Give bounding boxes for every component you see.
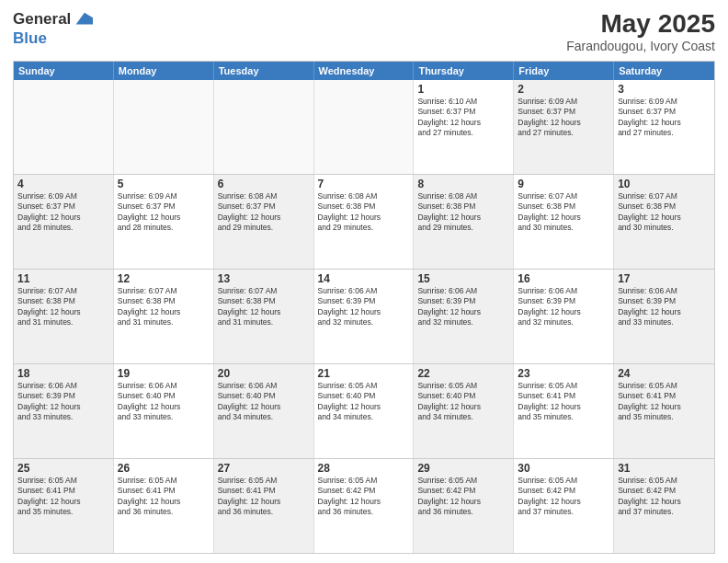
cal-week-row: 1Sunrise: 6:10 AM Sunset: 6:37 PM Daylig… bbox=[14, 80, 714, 175]
day-info: Sunrise: 6:05 AM Sunset: 6:41 PM Dayligh… bbox=[218, 476, 310, 518]
cal-day-cell: 12Sunrise: 6:07 AM Sunset: 6:38 PM Dayli… bbox=[114, 270, 214, 363]
day-number: 13 bbox=[218, 272, 310, 285]
cal-day-cell: 18Sunrise: 6:06 AM Sunset: 6:39 PM Dayli… bbox=[14, 364, 114, 458]
day-info: Sunrise: 6:05 AM Sunset: 6:42 PM Dayligh… bbox=[518, 476, 609, 518]
day-number: 25 bbox=[17, 462, 109, 475]
day-number: 17 bbox=[618, 272, 711, 285]
cal-day-cell: 19Sunrise: 6:06 AM Sunset: 6:40 PM Dayli… bbox=[114, 364, 214, 458]
day-info: Sunrise: 6:08 AM Sunset: 6:38 PM Dayligh… bbox=[318, 191, 410, 234]
cal-day-cell: 16Sunrise: 6:06 AM Sunset: 6:39 PM Dayli… bbox=[514, 270, 614, 363]
cal-header-cell: Thursday bbox=[414, 62, 514, 80]
day-info: Sunrise: 6:09 AM Sunset: 6:37 PM Dayligh… bbox=[118, 191, 210, 234]
day-number: 27 bbox=[218, 462, 310, 475]
day-info: Sunrise: 6:10 AM Sunset: 6:37 PM Dayligh… bbox=[417, 97, 509, 139]
day-number: 8 bbox=[417, 178, 509, 190]
cal-empty-cell bbox=[314, 80, 415, 174]
day-info: Sunrise: 6:06 AM Sunset: 6:40 PM Dayligh… bbox=[118, 381, 210, 423]
logo-blue: Blue bbox=[13, 29, 93, 48]
cal-day-cell: 2Sunrise: 6:09 AM Sunset: 6:37 PM Daylig… bbox=[514, 80, 614, 174]
main-title: May 2025 bbox=[566, 9, 715, 39]
cal-day-cell: 28Sunrise: 6:05 AM Sunset: 6:42 PM Dayli… bbox=[314, 459, 415, 553]
cal-day-cell: 23Sunrise: 6:05 AM Sunset: 6:41 PM Dayli… bbox=[514, 364, 614, 458]
day-number: 20 bbox=[218, 367, 310, 380]
day-number: 9 bbox=[518, 178, 609, 190]
day-info: Sunrise: 6:05 AM Sunset: 6:41 PM Dayligh… bbox=[17, 476, 109, 518]
cal-week-row: 18Sunrise: 6:06 AM Sunset: 6:39 PM Dayli… bbox=[14, 364, 714, 459]
day-number: 18 bbox=[17, 367, 109, 380]
day-number: 31 bbox=[618, 462, 711, 475]
cal-day-cell: 1Sunrise: 6:10 AM Sunset: 6:37 PM Daylig… bbox=[414, 80, 514, 174]
day-info: Sunrise: 6:07 AM Sunset: 6:38 PM Dayligh… bbox=[17, 286, 109, 328]
day-info: Sunrise: 6:05 AM Sunset: 6:40 PM Dayligh… bbox=[417, 381, 509, 423]
cal-day-cell: 17Sunrise: 6:06 AM Sunset: 6:39 PM Dayli… bbox=[614, 270, 714, 363]
day-number: 22 bbox=[417, 367, 509, 380]
day-number: 2 bbox=[518, 83, 609, 96]
calendar: SundayMondayTuesdayWednesdayThursdayFrid… bbox=[13, 61, 715, 554]
cal-day-cell: 31Sunrise: 6:05 AM Sunset: 6:42 PM Dayli… bbox=[614, 459, 714, 553]
cal-day-cell: 29Sunrise: 6:05 AM Sunset: 6:42 PM Dayli… bbox=[414, 459, 514, 553]
cal-day-cell: 10Sunrise: 6:07 AM Sunset: 6:38 PM Dayli… bbox=[614, 175, 714, 269]
cal-empty-cell bbox=[214, 80, 314, 174]
cal-day-cell: 15Sunrise: 6:06 AM Sunset: 6:39 PM Dayli… bbox=[414, 270, 514, 363]
day-info: Sunrise: 6:07 AM Sunset: 6:38 PM Dayligh… bbox=[118, 286, 210, 328]
logo-general: General bbox=[13, 10, 71, 29]
cal-day-cell: 11Sunrise: 6:07 AM Sunset: 6:38 PM Dayli… bbox=[14, 270, 114, 363]
day-info: Sunrise: 6:09 AM Sunset: 6:37 PM Dayligh… bbox=[17, 191, 109, 234]
day-number: 26 bbox=[118, 462, 210, 475]
cal-day-cell: 6Sunrise: 6:08 AM Sunset: 6:37 PM Daylig… bbox=[214, 175, 314, 269]
day-info: Sunrise: 6:05 AM Sunset: 6:42 PM Dayligh… bbox=[417, 476, 509, 518]
cal-day-cell: 24Sunrise: 6:05 AM Sunset: 6:41 PM Dayli… bbox=[614, 364, 714, 458]
subtitle: Farandougou, Ivory Coast bbox=[566, 39, 715, 53]
cal-day-cell: 3Sunrise: 6:09 AM Sunset: 6:37 PM Daylig… bbox=[614, 80, 714, 174]
cal-day-cell: 8Sunrise: 6:08 AM Sunset: 6:38 PM Daylig… bbox=[414, 175, 514, 269]
cal-week-row: 25Sunrise: 6:05 AM Sunset: 6:41 PM Dayli… bbox=[14, 459, 714, 553]
cal-day-cell: 9Sunrise: 6:07 AM Sunset: 6:38 PM Daylig… bbox=[514, 175, 614, 269]
day-info: Sunrise: 6:08 AM Sunset: 6:38 PM Dayligh… bbox=[417, 191, 509, 234]
cal-empty-cell bbox=[14, 80, 114, 174]
cal-day-cell: 14Sunrise: 6:06 AM Sunset: 6:39 PM Dayli… bbox=[314, 270, 415, 363]
title-block: May 2025 Farandougou, Ivory Coast bbox=[566, 9, 715, 53]
day-info: Sunrise: 6:05 AM Sunset: 6:41 PM Dayligh… bbox=[618, 381, 711, 423]
day-number: 19 bbox=[118, 367, 210, 380]
day-number: 11 bbox=[17, 272, 109, 285]
day-info: Sunrise: 6:05 AM Sunset: 6:41 PM Dayligh… bbox=[118, 476, 210, 518]
cal-header-cell: Monday bbox=[114, 62, 214, 80]
day-number: 15 bbox=[417, 272, 509, 285]
cal-header-cell: Friday bbox=[514, 62, 614, 80]
logo-icon bbox=[73, 9, 93, 29]
day-info: Sunrise: 6:06 AM Sunset: 6:40 PM Dayligh… bbox=[218, 381, 310, 423]
day-number: 6 bbox=[218, 178, 310, 190]
day-info: Sunrise: 6:07 AM Sunset: 6:38 PM Dayligh… bbox=[618, 191, 711, 234]
day-number: 28 bbox=[318, 462, 410, 475]
day-number: 30 bbox=[518, 462, 609, 475]
header: General Blue May 2025 Farandougou, Ivory… bbox=[13, 9, 715, 53]
cal-day-cell: 22Sunrise: 6:05 AM Sunset: 6:40 PM Dayli… bbox=[414, 364, 514, 458]
cal-day-cell: 13Sunrise: 6:07 AM Sunset: 6:38 PM Dayli… bbox=[214, 270, 314, 363]
day-number: 4 bbox=[17, 178, 109, 190]
day-info: Sunrise: 6:06 AM Sunset: 6:39 PM Dayligh… bbox=[17, 381, 109, 423]
cal-day-cell: 7Sunrise: 6:08 AM Sunset: 6:38 PM Daylig… bbox=[314, 175, 415, 269]
cal-day-cell: 5Sunrise: 6:09 AM Sunset: 6:37 PM Daylig… bbox=[114, 175, 214, 269]
day-info: Sunrise: 6:05 AM Sunset: 6:40 PM Dayligh… bbox=[318, 381, 410, 423]
day-info: Sunrise: 6:05 AM Sunset: 6:42 PM Dayligh… bbox=[618, 476, 711, 518]
day-number: 3 bbox=[618, 83, 711, 96]
day-number: 5 bbox=[118, 178, 210, 190]
day-info: Sunrise: 6:07 AM Sunset: 6:38 PM Dayligh… bbox=[218, 286, 310, 328]
day-info: Sunrise: 6:08 AM Sunset: 6:37 PM Dayligh… bbox=[218, 191, 310, 234]
day-info: Sunrise: 6:06 AM Sunset: 6:39 PM Dayligh… bbox=[518, 286, 609, 328]
day-info: Sunrise: 6:05 AM Sunset: 6:41 PM Dayligh… bbox=[518, 381, 609, 423]
day-number: 16 bbox=[518, 272, 609, 285]
day-info: Sunrise: 6:09 AM Sunset: 6:37 PM Dayligh… bbox=[618, 97, 711, 139]
day-info: Sunrise: 6:06 AM Sunset: 6:39 PM Dayligh… bbox=[618, 286, 711, 328]
cal-day-cell: 30Sunrise: 6:05 AM Sunset: 6:42 PM Dayli… bbox=[514, 459, 614, 553]
day-number: 1 bbox=[417, 83, 509, 96]
cal-header-cell: Wednesday bbox=[314, 62, 415, 80]
cal-header-cell: Saturday bbox=[614, 62, 714, 80]
day-number: 21 bbox=[318, 367, 410, 380]
cal-day-cell: 20Sunrise: 6:06 AM Sunset: 6:40 PM Dayli… bbox=[214, 364, 314, 458]
cal-day-cell: 25Sunrise: 6:05 AM Sunset: 6:41 PM Dayli… bbox=[14, 459, 114, 553]
cal-week-row: 4Sunrise: 6:09 AM Sunset: 6:37 PM Daylig… bbox=[14, 175, 714, 270]
day-number: 24 bbox=[618, 367, 711, 380]
day-info: Sunrise: 6:07 AM Sunset: 6:38 PM Dayligh… bbox=[518, 191, 609, 234]
day-number: 10 bbox=[618, 178, 711, 190]
